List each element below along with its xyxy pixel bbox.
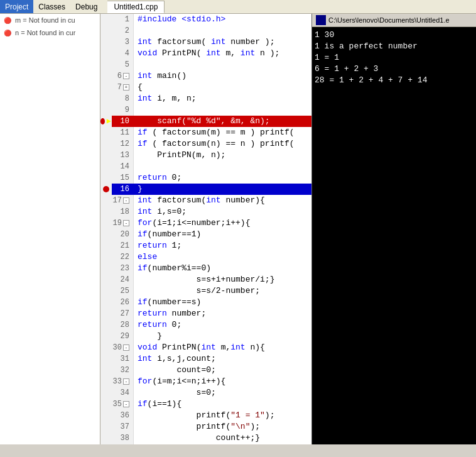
code-line: 31 int i,s,j,count; [100,353,311,365]
code-line: 19- for(i=1;i<=number;i++){ [100,217,311,229]
line-number: 19- [112,217,134,229]
breakpoint-area[interactable] [100,331,112,342]
editor-area[interactable]: 1#include <stdio.h>23int factorsum( int … [100,14,311,444]
code-content: return 0; [134,172,311,184]
console-title-bar: C:\Users\lenovo\Documents\Untitled1.e [312,14,476,27]
fold-button[interactable]: - [123,378,129,385]
line-number: 5 [112,59,134,70]
breakpoint-area[interactable] [100,376,112,387]
breakpoint-area[interactable] [100,365,112,376]
breakpoint-area[interactable] [100,59,112,70]
breakpoint-area[interactable] [100,138,112,150]
fold-button[interactable]: - [123,344,129,351]
fold-button[interactable]: - [123,73,129,79]
code-line: 2 [100,25,311,36]
breakpoint-area[interactable] [100,36,112,48]
code-line: 28 return 0; [100,319,311,331]
breakpoint-area[interactable] [100,319,112,331]
line-number: 17- [112,195,134,206]
breakpoint-area[interactable] [100,206,112,217]
fold-button[interactable]: + [123,84,129,91]
code-content: int i,s,j,count; [134,353,311,365]
breakpoint-area[interactable] [100,274,112,285]
code-content: if(i==1){ [134,399,311,410]
fold-button[interactable]: - [123,401,129,407]
code-content: void PrintPN( int m, int n ); [134,48,311,59]
breakpoint-area[interactable] [100,161,112,172]
code-line: 20 if(number==1) [100,229,311,240]
line-number: 25 [112,285,134,297]
code-line: 37 printf("\n"); [100,421,311,432]
breakpoint-area[interactable] [100,172,112,184]
console-line: 6 = 1 + 2 + 3 [315,63,473,75]
console-body: 1 301 is a perfect number1 = 16 = 1 + 2 … [312,27,476,89]
code-content: else [134,251,311,263]
fold-button[interactable]: - [123,197,129,204]
menu-project[interactable]: Project [0,0,33,13]
breakpoint-area[interactable] [100,195,112,206]
breakpoint-area[interactable] [100,229,112,240]
breakpoint-area[interactable] [100,285,112,297]
code-content: scanf("%d %d", &m, &n); [134,116,311,127]
code-line: 38 count++;} [100,432,311,444]
code-content: s=s/2-number; [134,285,311,297]
breakpoint-area[interactable] [100,263,112,274]
breakpoint-area[interactable] [100,421,112,432]
code-content [134,104,311,116]
breakpoint-area[interactable] [100,342,112,353]
main-layout: 🔴 m = Not found in cu 🔴 n = Not found in… [0,14,476,444]
breakpoint-area[interactable] [100,127,112,138]
console-line: 1 = 1 [315,52,473,63]
line-number: 27 [112,308,134,319]
breakpoint-area[interactable] [100,104,112,116]
breakpoint-area[interactable] [100,353,112,365]
line-number: 11 [112,127,134,138]
menu-classes[interactable]: Classes [33,0,70,13]
breakpoint-area[interactable] [100,93,112,104]
tab-untitled1[interactable]: Untitled1.cpp [107,1,165,13]
code-content: int i, m, n; [134,93,311,104]
line-number: 26 [112,297,134,308]
breakpoint-area[interactable] [100,14,112,25]
code-content: s=0; [134,387,311,399]
left-panel-item-n[interactable]: 🔴 n = Not found in cur [0,26,100,39]
code-line: 25 s=s/2-number; [100,285,311,297]
breakpoint-area[interactable] [100,251,112,263]
breakpoint-area[interactable] [100,432,112,444]
code-content: void PrintPN(int m,int n){ [134,342,311,353]
breakpoint-area[interactable] [100,150,112,161]
breakpoint-area[interactable] [100,70,112,82]
code-content [134,25,311,36]
breakpoint-area[interactable] [100,410,112,421]
breakpoint-area[interactable] [100,297,112,308]
line-number: 39 [112,444,134,444]
breakpoint-area[interactable] [100,82,112,93]
code-content: for(i=m;i<=n;i++){ [134,376,311,387]
breakpoint-area[interactable] [100,217,112,229]
left-item-n-text: n = Not found in cur [15,29,75,36]
code-content: int factorsum( int number ); [134,36,311,48]
code-line: 5 [100,59,311,70]
fold-button[interactable]: - [123,220,129,226]
variable-icon-n: 🔴 [3,28,13,38]
breakpoint-area[interactable] [100,25,112,36]
breakpoint-area[interactable] [100,399,112,410]
breakpoint-area[interactable] [100,308,112,319]
breakpoint-area[interactable] [100,240,112,251]
code-line: 24 s=s+i+number/i;} [100,274,311,285]
code-content: #include <stdio.h> [134,14,311,25]
left-panel-item-m[interactable]: 🔴 m = Not found in cu [0,14,100,26]
code-content: count=0; [134,365,311,376]
breakpoint-area[interactable] [100,444,112,444]
menu-debug[interactable]: Debug [70,0,102,13]
breakpoint-area[interactable] [100,387,112,399]
breakpoint-area[interactable] [100,48,112,59]
line-number: 6- [112,70,134,82]
code-line: 35- if(i==1){ [100,399,311,410]
line-number: 15 [112,172,134,184]
breakpoint-area[interactable]: ▶ [100,116,112,127]
code-editor: 1#include <stdio.h>23int factorsum( int … [100,14,311,444]
code-content: int i,s=0; [134,206,311,217]
execution-arrow: ▶ [106,117,112,126]
breakpoint-area[interactable] [100,184,112,195]
